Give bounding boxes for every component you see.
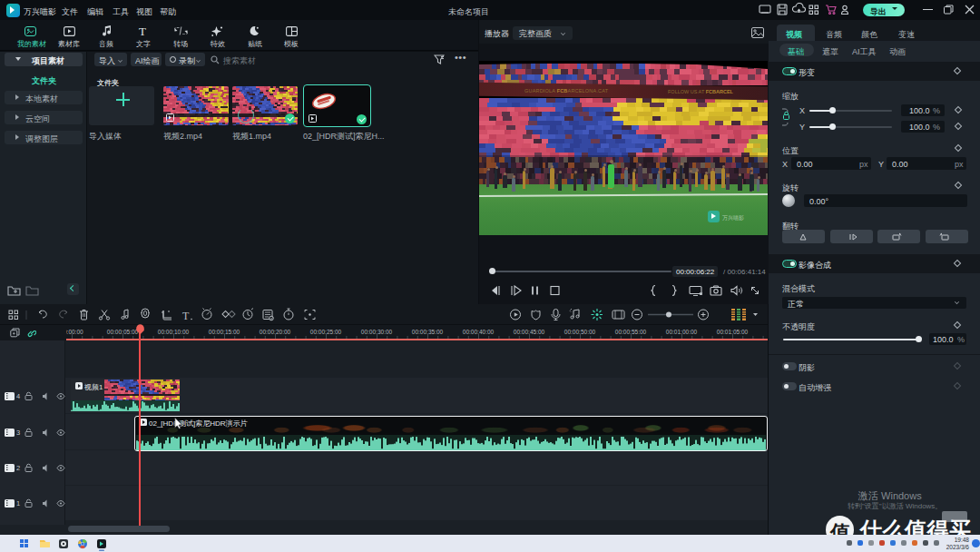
svg-text:T: T: [182, 310, 190, 322]
